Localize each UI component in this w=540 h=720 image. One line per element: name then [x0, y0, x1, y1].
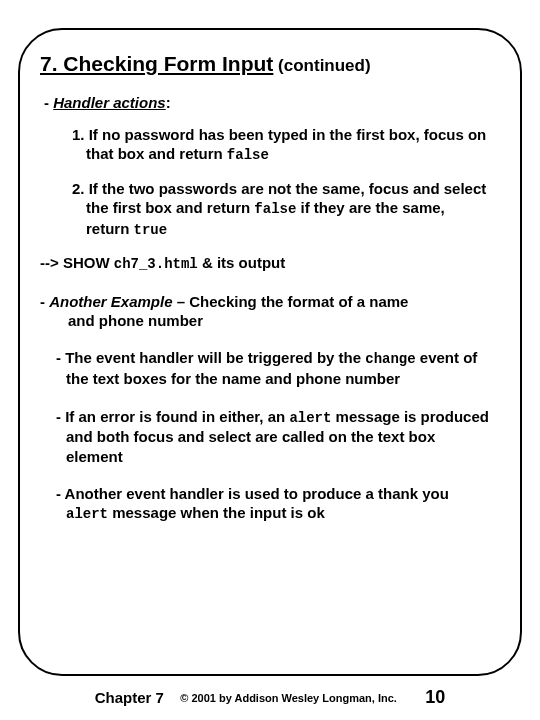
example-tail1: – Checking the format of a name [173, 293, 409, 310]
show-line: --> SHOW ch7_3.html & its output [40, 254, 500, 272]
handler-actions-heading: - Handler actions: [44, 94, 500, 111]
handler-label: Handler actions [53, 94, 166, 111]
sub-bullet-1: - The event handler will be triggered by… [66, 348, 490, 388]
show-pre: --> SHOW [40, 254, 114, 271]
code-false: false [254, 201, 296, 217]
text: message when the input is ok [108, 504, 325, 521]
numbered-item-2: 2. If the two passwords are not the same… [86, 179, 490, 240]
text: Another event handler is used to produce… [65, 485, 449, 502]
code-filename: ch7_3.html [114, 256, 198, 272]
dash: - [40, 293, 49, 310]
colon: : [166, 94, 171, 111]
item-number: 2. [72, 180, 89, 197]
slide-title: 7. Checking Form Input (continued) [40, 52, 500, 76]
code-alert: alert [66, 506, 108, 522]
dash: - [56, 408, 65, 425]
another-example-heading: - Another Example – Checking the format … [46, 292, 490, 330]
code-false: false [227, 147, 269, 163]
code-change: change [365, 351, 415, 367]
numbered-item-1: 1. If no password has been typed in the … [86, 125, 490, 165]
item-text: If no password has been typed in the fir… [86, 126, 486, 162]
slide-footer: Chapter 7 © 2001 by Addison Wesley Longm… [0, 687, 540, 708]
example-label: Another Example [49, 293, 172, 310]
slide-frame: 7. Checking Form Input (continued) - Han… [18, 28, 522, 676]
footer-page-number: 10 [425, 687, 445, 708]
text: If an error is found in either, an [65, 408, 289, 425]
title-main: 7. Checking Form Input [40, 52, 273, 75]
sub-bullet-3: - Another event handler is used to produ… [66, 484, 490, 524]
show-post: & its output [198, 254, 285, 271]
example-tail2: and phone number [46, 311, 490, 330]
item-number: 1. [72, 126, 89, 143]
dash: - [56, 485, 65, 502]
footer-copyright: © 2001 by Addison Wesley Longman, Inc. [180, 692, 397, 704]
dash: - [56, 349, 65, 366]
title-suffix: (continued) [273, 56, 370, 75]
sub-bullet-2: - If an error is found in either, an ale… [66, 407, 490, 466]
code-alert: alert [289, 410, 331, 426]
text: The event handler will be triggered by t… [65, 349, 365, 366]
footer-chapter: Chapter 7 [95, 689, 164, 706]
dash: - [44, 94, 53, 111]
code-true: true [134, 222, 168, 238]
